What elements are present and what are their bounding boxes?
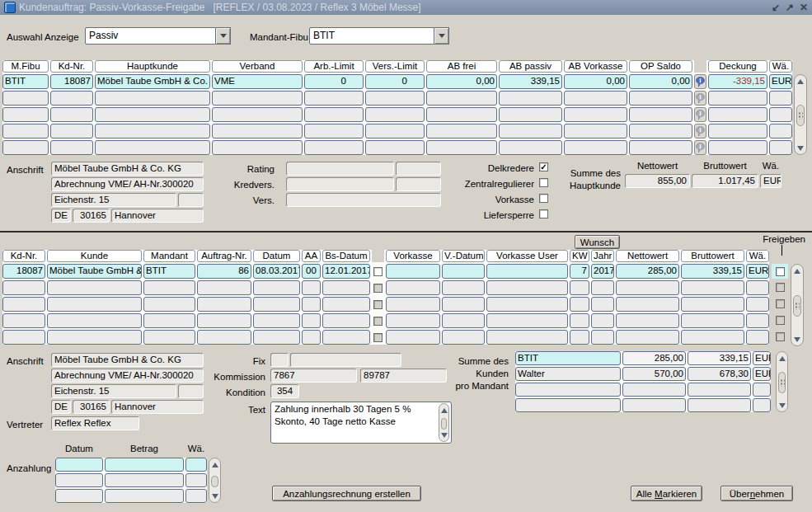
alle-markieren-button[interactable]: Alle Markieren <box>631 486 702 501</box>
freigeben-checkbox[interactable] <box>776 283 785 292</box>
cell-empty[interactable] <box>681 330 744 345</box>
cell-empty[interactable] <box>105 473 184 487</box>
cell-empty[interactable] <box>95 107 210 122</box>
maximize-icon[interactable]: ↗ <box>786 2 794 13</box>
anschrift-ort-field[interactable]: Hannover <box>111 209 204 223</box>
vorkasse-row-checkbox[interactable] <box>373 300 383 309</box>
freigeben-checkbox[interactable] <box>776 299 785 308</box>
cell-empty[interactable] <box>47 313 142 328</box>
summe-netto-field[interactable]: 855,00 <box>625 174 690 188</box>
cell-empty[interactable] <box>499 107 562 122</box>
cell-empty[interactable] <box>708 107 767 122</box>
cell-empty[interactable] <box>442 297 485 312</box>
cell-ab-passiv[interactable]: 339,15 <box>499 74 562 89</box>
anschrift-zusatz-field[interactable]: Abrechnung VME/ AH-Nr.300020 <box>51 177 204 191</box>
cell-empty[interactable] <box>365 107 425 122</box>
cell-empty[interactable] <box>746 297 769 312</box>
cell-empty[interactable] <box>486 297 568 312</box>
cell-empty[interactable] <box>322 313 370 328</box>
vorkasse-row-checkbox[interactable] <box>373 267 383 276</box>
cell-netto[interactable]: 285,00 <box>622 351 686 365</box>
cell-empty[interactable] <box>708 91 767 106</box>
cell-empty[interactable] <box>442 313 485 328</box>
cell-empty[interactable] <box>622 383 686 397</box>
cell-datum[interactable] <box>55 458 103 472</box>
text-field-scrollbar[interactable] <box>439 403 449 442</box>
cell-empty[interactable] <box>2 280 45 295</box>
anschrift-name-field[interactable]: Möbel Taube GmbH & Co. KG <box>51 162 204 176</box>
anschrift-land-field[interactable]: DE <box>51 400 71 414</box>
cell-mfibu[interactable]: BTIT <box>2 74 49 89</box>
anschrift-strasse-field[interactable]: Eichenstr. 15 <box>51 193 176 207</box>
scrollbar-thumb[interactable] <box>796 105 805 126</box>
anschrift-plz-field[interactable]: 30165 <box>73 209 110 223</box>
scroll-up-icon[interactable] <box>791 265 803 276</box>
cell-empty[interactable] <box>681 297 744 312</box>
kredvers-field[interactable] <box>286 177 394 191</box>
cell-v-datum[interactable] <box>442 264 485 279</box>
cell-empty[interactable] <box>2 91 49 106</box>
cell-brutto[interactable]: 678,30 <box>688 367 751 381</box>
cell-empty[interactable] <box>616 297 679 312</box>
vorkasse-row-checkbox[interactable] <box>373 333 383 342</box>
cell-kunde[interactable]: Möbel Taube GmbH & Co. KG <box>47 264 142 279</box>
cell-empty[interactable] <box>143 330 195 345</box>
cell-empty[interactable] <box>365 91 425 106</box>
scroll-down-icon[interactable] <box>777 400 787 411</box>
cell-empty[interactable] <box>322 297 370 312</box>
scroll-down-icon[interactable] <box>791 334 803 345</box>
cell-mandant[interactable]: BTIT <box>143 264 195 279</box>
cell-kdnr[interactable]: 18087 <box>2 264 45 279</box>
cell-mandant[interactable]: Walter <box>515 367 621 381</box>
chevron-down-icon[interactable] <box>434 27 449 45</box>
auftrag-table-scrollbar[interactable] <box>791 264 804 346</box>
op-saldo-info-button[interactable] <box>694 74 706 89</box>
cell-empty[interactable] <box>616 280 679 295</box>
scrollbar-thumb[interactable] <box>211 476 218 487</box>
summe-wae-field[interactable]: EUR <box>760 174 781 188</box>
cell-empty[interactable] <box>55 489 103 503</box>
cell-empty[interactable] <box>570 297 589 312</box>
uebernehmen-button[interactable]: Übernehmen <box>720 486 793 501</box>
cell-datum[interactable]: 08.03.2017 <box>253 264 300 279</box>
cell-bruttowert[interactable]: 339,15 <box>681 264 744 279</box>
cell-empty[interactable] <box>47 280 142 295</box>
cell-empty[interactable] <box>2 330 45 345</box>
cell-empty[interactable] <box>2 297 45 312</box>
cell-empty[interactable] <box>769 124 792 139</box>
cell-empty[interactable] <box>616 330 679 345</box>
cell-empty[interactable] <box>365 140 425 155</box>
cell-wae[interactable]: EUR <box>769 74 792 89</box>
cell-empty[interactable] <box>322 280 370 295</box>
hauptkunde-table-scrollbar[interactable] <box>794 74 807 155</box>
cell-empty[interactable] <box>386 330 440 345</box>
cell-vers-limit[interactable]: 0 <box>365 74 425 89</box>
cell-empty[interactable] <box>629 124 692 139</box>
anzahlungsrechnung-button[interactable]: Anzahlungsrechnung erstellen <box>272 486 421 501</box>
cell-empty[interactable] <box>302 280 321 295</box>
cell-empty[interactable] <box>708 140 767 155</box>
cell-empty[interactable] <box>197 280 251 295</box>
cell-empty[interactable] <box>50 124 93 139</box>
cell-empty[interactable] <box>185 489 207 503</box>
summe-brutto-field[interactable]: 1.017,45 <box>692 174 758 188</box>
cell-mandant[interactable]: BTIT <box>515 351 621 365</box>
cell-empty[interactable] <box>753 398 771 412</box>
cell-empty[interactable] <box>50 91 93 106</box>
cell-empty[interactable] <box>365 124 425 139</box>
cell-empty[interactable] <box>688 398 751 412</box>
cell-empty[interactable] <box>426 91 497 106</box>
cell-empty[interactable] <box>486 330 568 345</box>
rating-field[interactable] <box>286 162 394 176</box>
anschrift-zusatz2-field[interactable] <box>178 193 204 207</box>
cell-bs-datum[interactable]: 12.01.2017 <box>322 264 370 279</box>
cell-op-saldo[interactable]: 0,00 <box>629 74 692 89</box>
cell-verband[interactable]: VME <box>212 74 303 89</box>
cell-empty[interactable] <box>304 107 364 122</box>
cell-empty[interactable] <box>302 313 321 328</box>
cell-empty[interactable] <box>426 107 497 122</box>
cell-empty[interactable] <box>622 398 686 412</box>
cell-empty[interactable] <box>629 91 692 106</box>
cell-empty[interactable] <box>47 297 142 312</box>
scroll-down-icon[interactable] <box>795 143 806 153</box>
